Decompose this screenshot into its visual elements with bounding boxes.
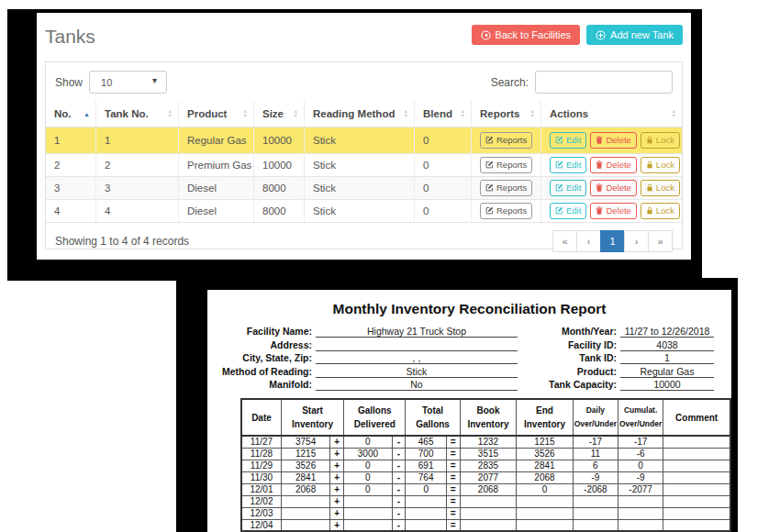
cell-reports: Reports xyxy=(472,154,541,176)
column-header[interactable]: Product xyxy=(179,101,254,127)
sort-icon[interactable] xyxy=(294,109,298,118)
page-length-select[interactable]: 10 xyxy=(89,71,167,94)
cell-total-gallons xyxy=(406,519,446,531)
cell-reading-method: Stick xyxy=(305,154,415,176)
cell-date: 11/29 xyxy=(241,460,281,471)
table-row[interactable]: 4 4 Diesel 8000 Stick 0 Reports xyxy=(46,199,682,222)
sort-icon[interactable] xyxy=(84,111,90,117)
search-group: Search: xyxy=(491,71,673,94)
table-row[interactable]: 3 3 Diesel 8000 Stick 0 Reports xyxy=(46,176,682,199)
lock-button[interactable]: Lock xyxy=(641,180,680,195)
cell-daily-over-under: -2068 xyxy=(573,483,618,495)
plus-operator: + xyxy=(330,507,344,519)
edit-button[interactable]: Edit xyxy=(550,180,586,195)
pagination-last-button[interactable]: » xyxy=(648,230,673,252)
header-gallons-delivered: Gallons Delivered xyxy=(344,399,406,436)
cell-book-inventory xyxy=(460,519,517,531)
cell-start-inventory: 3526 xyxy=(281,460,329,471)
sort-icon[interactable] xyxy=(530,109,535,118)
page-length-value: 10 xyxy=(101,77,112,88)
cell-book-inventory xyxy=(460,495,517,507)
cell-end-inventory: 3526 xyxy=(517,448,574,460)
circle-plus-icon xyxy=(596,30,606,40)
header-book-inventory: Book Inventory xyxy=(460,399,517,436)
table-row[interactable]: 1 1 Regular Gas 10000 Stick 0 Reports xyxy=(46,127,682,153)
search-input[interactable] xyxy=(535,71,673,94)
report-info-left: Facility Name: Highway 21 Truck Stop Add… xyxy=(215,326,518,391)
back-to-facilities-button[interactable]: Back to Facilities xyxy=(472,25,581,45)
column-header[interactable]: Size xyxy=(254,101,305,127)
equals-operator: = xyxy=(446,519,460,531)
cell-book-inventory: 2077 xyxy=(460,471,517,483)
sort-icon[interactable] xyxy=(404,109,408,118)
sort-icon[interactable] xyxy=(168,109,173,118)
lock-button-label: Lock xyxy=(656,183,674,193)
minus-operator: - xyxy=(392,448,406,460)
field-value: 11/27 to 12/26/2018 xyxy=(620,326,714,338)
equals-operator: = xyxy=(446,495,460,507)
edit-button[interactable]: Edit xyxy=(550,132,586,148)
delete-button[interactable]: Delete xyxy=(590,132,636,148)
column-header-label: Reading Method xyxy=(313,108,395,119)
column-header[interactable]: Reading Method xyxy=(305,101,415,127)
lock-button[interactable]: Lock xyxy=(641,132,680,148)
reports-button[interactable]: Reports xyxy=(480,203,532,218)
column-header[interactable]: Blend xyxy=(415,101,472,127)
lock-button[interactable]: Lock xyxy=(641,203,680,218)
add-new-tank-button[interactable]: Add new Tank xyxy=(586,25,683,45)
cell-start-inventory: 1215 xyxy=(281,448,329,460)
cell-actions: Edit Delete Lock xyxy=(541,200,682,222)
cell-reports: Reports xyxy=(472,177,541,199)
cell-gallons-delivered: 3000 xyxy=(344,448,392,460)
reconciliation-row: 12/03 + - = xyxy=(241,507,730,519)
field-value: No xyxy=(316,379,518,391)
cell-tank-no: 1 xyxy=(96,127,179,153)
cell-daily-over-under xyxy=(573,519,618,531)
delete-button[interactable]: Delete xyxy=(590,180,636,195)
sort-icon[interactable] xyxy=(243,109,248,118)
pagination-prev-button[interactable]: ‹ xyxy=(576,230,601,252)
cell-end-inventory: 2841 xyxy=(517,460,574,471)
show-entries-group: Show 10 xyxy=(55,71,167,94)
reports-button[interactable]: Reports xyxy=(480,132,532,148)
plus-operator: + xyxy=(330,519,344,531)
sort-icon[interactable] xyxy=(461,109,465,118)
cell-book-inventory: 2835 xyxy=(460,460,517,471)
reports-button[interactable]: Reports xyxy=(480,180,532,195)
field-value xyxy=(316,339,518,351)
column-header-label: Tank No. xyxy=(105,108,149,119)
lock-button-label: Lock xyxy=(656,205,674,216)
pagination-next-button[interactable]: › xyxy=(624,230,649,252)
tanks-table-body: 1 1 Regular Gas 10000 Stick 0 Reports xyxy=(46,127,682,222)
pagination-page-1-button[interactable]: 1 xyxy=(600,230,625,252)
tanks-header: Tanks Back to Facilities Add new Tank xyxy=(37,13,691,61)
column-header[interactable]: No. xyxy=(46,101,96,127)
pencil-square-icon xyxy=(555,183,563,192)
cell-blend: 0 xyxy=(415,177,472,199)
table-row[interactable]: 2 2 Premium Gas 10000 Stick 0 Reports xyxy=(46,153,682,176)
plus-operator: + xyxy=(330,436,344,448)
sort-icon[interactable] xyxy=(672,109,676,118)
delete-button[interactable]: Delete xyxy=(590,157,636,172)
pagination-first-button[interactable]: « xyxy=(552,230,577,252)
lock-icon xyxy=(646,161,653,169)
reports-button[interactable]: Reports xyxy=(480,157,532,172)
cell-book-inventory: 3515 xyxy=(460,448,517,460)
cell-actions: Edit Delete Lock xyxy=(541,154,682,176)
lock-button[interactable]: Lock xyxy=(641,157,680,172)
lock-button-label: Lock xyxy=(656,160,674,170)
cell-comment xyxy=(663,448,730,460)
delete-button[interactable]: Delete xyxy=(590,203,636,218)
column-header[interactable]: Actions xyxy=(541,101,682,127)
column-header[interactable]: Reports xyxy=(472,101,541,127)
column-header[interactable]: Tank No. xyxy=(96,101,179,127)
edit-button[interactable]: Edit xyxy=(550,203,586,218)
lock-icon xyxy=(646,183,653,192)
cell-end-inventory: 2068 xyxy=(517,471,574,483)
tanks-table: No. Tank No. Product Size Reading Method… xyxy=(46,101,682,223)
pencil-square-icon xyxy=(485,206,494,215)
edit-button[interactable]: Edit xyxy=(550,157,586,172)
cell-size: 8000 xyxy=(254,200,305,222)
field-value: 4038 xyxy=(620,339,714,351)
report-info-right: Month/Year: 11/27 to 12/26/2018 Facility… xyxy=(545,326,714,391)
